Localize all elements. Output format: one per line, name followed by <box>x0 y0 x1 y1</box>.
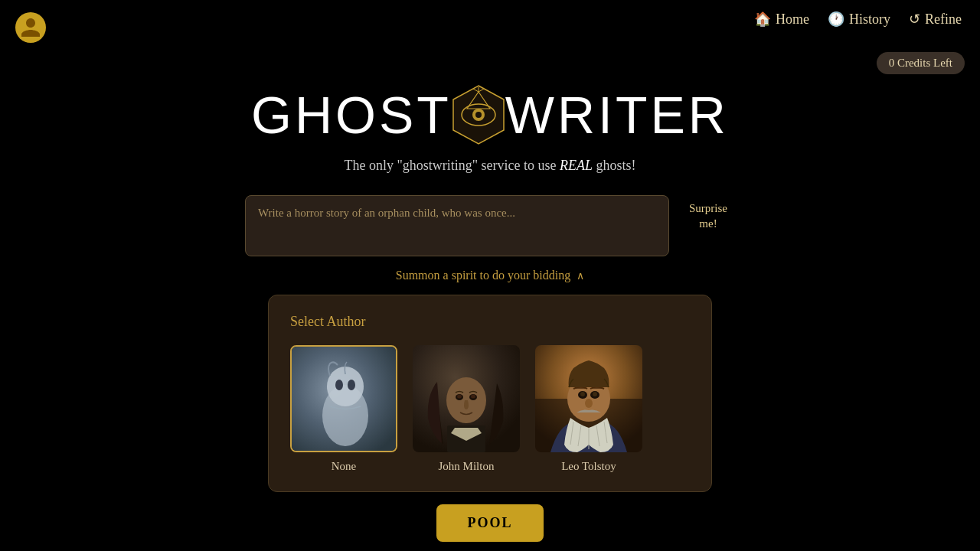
authors-grid: None <box>290 345 690 473</box>
author-tolstoy-portrait <box>535 345 642 452</box>
author-none-portrait <box>290 345 397 452</box>
svg-point-19 <box>471 395 475 399</box>
tagline-suffix: ghosts! <box>593 158 636 173</box>
svg-point-27 <box>585 399 593 408</box>
svg-point-25 <box>580 392 585 396</box>
nav-home-label: Home <box>776 11 809 28</box>
tagline: The only "ghostwriting" service to use R… <box>344 158 635 174</box>
author-tolstoy-name: Leo Tolstoy <box>561 460 616 473</box>
tagline-emphasis: REAL <box>560 158 593 173</box>
svg-point-12 <box>348 380 355 390</box>
author-milton[interactable]: John Milton <box>413 345 520 473</box>
credits-badge: 0 Credits Left <box>877 52 965 74</box>
select-author-label: Select Author <box>290 314 690 330</box>
author-none[interactable]: None <box>290 345 397 473</box>
nav-refine-label: Refine <box>925 11 962 28</box>
svg-point-18 <box>457 395 462 399</box>
input-row: Surprise me! <box>245 195 735 256</box>
svg-point-11 <box>335 380 343 390</box>
nav-history[interactable]: 🕐 History <box>828 11 890 28</box>
nav-history-label: History <box>849 11 890 28</box>
prompt-input[interactable] <box>245 195 669 256</box>
pool-button[interactable]: POOL <box>436 504 543 542</box>
svg-point-3 <box>475 112 482 118</box>
nav: 🏠 Home 🕐 History ↺ Refine <box>736 0 980 38</box>
svg-point-26 <box>593 392 597 396</box>
credits-label: 0 Credits Left <box>889 57 952 69</box>
history-icon: 🕐 <box>828 11 844 28</box>
summon-row: Summon a spirit to do your bidding ∧ <box>245 269 735 282</box>
logo-emblem <box>452 84 505 145</box>
tagline-prefix: The only "ghostwriting" service to use <box>344 158 560 173</box>
avatar[interactable] <box>15 12 46 43</box>
main-content: GHOST WRITER The only "ghostwriting" ser… <box>0 0 980 542</box>
chevron-up-icon: ∧ <box>577 269 584 282</box>
author-tolstoy[interactable]: Leo Tolstoy <box>535 345 642 473</box>
summon-button[interactable]: Summon a spirit to do your bidding ∧ <box>396 269 584 282</box>
author-panel: Select Author <box>268 295 712 492</box>
author-milton-portrait <box>413 345 520 452</box>
refine-icon: ↺ <box>909 11 920 28</box>
nav-home[interactable]: 🏠 Home <box>754 11 809 28</box>
logo: GHOST WRITER <box>251 84 729 145</box>
author-none-name: None <box>332 460 357 473</box>
summon-label: Summon a spirit to do your bidding <box>396 269 570 282</box>
surprise-button[interactable]: Surprise me! <box>681 195 735 231</box>
logo-left: GHOST <box>251 85 452 145</box>
author-milton-name: John Milton <box>439 460 495 473</box>
home-icon: 🏠 <box>754 11 771 28</box>
logo-right: WRITER <box>505 85 729 145</box>
nav-refine[interactable]: ↺ Refine <box>909 11 962 28</box>
pool-button-container: POOL <box>436 504 543 542</box>
